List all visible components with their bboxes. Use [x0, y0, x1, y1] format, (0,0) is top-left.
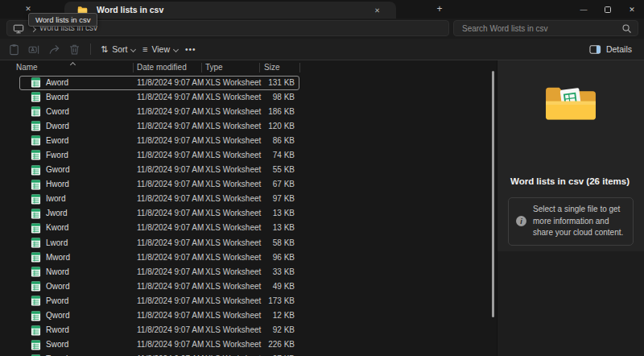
file-row[interactable]: Qword 11/8/2024 9:07 AM XLS Worksheet 12…: [0, 308, 497, 323]
column-header-type[interactable]: Type: [205, 60, 223, 75]
xls-file-icon: [31, 180, 41, 190]
tab-close-icon[interactable]: ✕: [371, 4, 383, 16]
file-row-selection-area: Kword 11/8/2024 9:07 AM XLS Worksheet 13…: [19, 221, 299, 235]
column-header-size[interactable]: Size: [264, 60, 279, 75]
file-date-modified: 11/8/2024 9:07 AM: [137, 294, 204, 308]
xls-file-icon: [31, 150, 41, 160]
file-type: XLS Worksheet: [205, 90, 261, 105]
file-row[interactable]: Nword 11/8/2024 9:07 AM XLS Worksheet 33…: [0, 265, 497, 279]
xls-file-icon: [31, 311, 41, 321]
details-pane-toggle[interactable]: Details: [584, 41, 638, 57]
xls-file-icon: [31, 267, 41, 277]
xls-file-icon: [31, 92, 41, 102]
file-row[interactable]: Iword 11/8/2024 9:07 AM XLS Worksheet 97…: [0, 192, 497, 206]
view-icon: ≡: [142, 44, 147, 54]
breadcrumb-chevron-icon: [31, 27, 36, 32]
file-row[interactable]: Sword 11/8/2024 9:07 AM XLS Worksheet 22…: [0, 337, 497, 352]
file-row[interactable]: Eword 11/8/2024 9:07 AM XLS Worksheet 86…: [0, 134, 497, 148]
column-divider[interactable]: [259, 63, 260, 72]
details-info-text: Select a single file to get more informa…: [533, 204, 625, 239]
chevron-down-icon: [130, 46, 136, 52]
file-name: Hword: [46, 177, 69, 192]
xls-file-icon: [31, 106, 41, 117]
file-size: 13 KB: [273, 206, 295, 221]
file-date-modified: 11/8/2024 9:07 AM: [137, 352, 204, 356]
file-row-selection-area: Jword 11/8/2024 9:07 AM XLS Worksheet 13…: [19, 206, 299, 221]
file-row[interactable]: Cword 11/8/2024 9:07 AM XLS Worksheet 18…: [0, 105, 497, 119]
toolbar-separator: [90, 43, 91, 55]
file-row[interactable]: Hword 11/8/2024 9:07 AM XLS Worksheet 67…: [0, 177, 497, 192]
file-size: 74 KB: [273, 148, 295, 163]
new-tab-button[interactable]: +: [433, 2, 446, 15]
file-size: 33 KB: [273, 265, 295, 279]
file-row[interactable]: Tword 11/8/2024 9:07 AM XLS Worksheet 97…: [0, 352, 497, 356]
column-header-name[interactable]: Name: [16, 60, 38, 75]
file-row[interactable]: Mword 11/8/2024 9:07 AM XLS Worksheet 96…: [0, 250, 497, 265]
file-date-modified: 11/8/2024 9:07 AM: [137, 105, 204, 119]
file-row[interactable]: Gword 11/8/2024 9:07 AM XLS Worksheet 55…: [0, 163, 497, 177]
file-row[interactable]: Kword 11/8/2024 9:07 AM XLS Worksheet 13…: [0, 221, 497, 235]
file-row[interactable]: Pword 11/8/2024 9:07 AM XLS Worksheet 17…: [0, 294, 497, 308]
file-row[interactable]: Fword 11/8/2024 9:07 AM XLS Worksheet 74…: [0, 148, 497, 163]
rename-button[interactable]: [25, 41, 43, 57]
file-row[interactable]: Dword 11/8/2024 9:07 AM XLS Worksheet 12…: [0, 119, 497, 134]
file-type: XLS Worksheet: [205, 221, 261, 235]
file-name: Dword: [46, 119, 69, 134]
file-row-selection-area: Sword 11/8/2024 9:07 AM XLS Worksheet 22…: [19, 337, 299, 352]
delete-button[interactable]: [65, 41, 83, 57]
details-title: Word lists in csv (26 items): [510, 176, 639, 186]
file-row[interactable]: Oword 11/8/2024 9:07 AM XLS Worksheet 49…: [0, 279, 497, 294]
maximize-button[interactable]: [596, 0, 620, 19]
file-size: 226 KB: [268, 337, 295, 352]
search-icon[interactable]: [621, 23, 632, 34]
column-header-date-modified[interactable]: Date modified: [137, 60, 187, 75]
xls-file-icon: [31, 281, 41, 292]
explorer-tab[interactable]: Word lists in csv ✕: [64, 2, 396, 19]
column-divider[interactable]: [133, 63, 134, 72]
tab-tooltip: Word lists in csv: [28, 13, 97, 27]
details-card: Word lists in csv (26 items) i Select a …: [497, 60, 644, 251]
file-type: XLS Worksheet: [205, 105, 261, 119]
file-row-selection-area: Mword 11/8/2024 9:07 AM XLS Worksheet 96…: [19, 250, 299, 265]
vertical-scrollbar-thumb[interactable]: [492, 71, 494, 317]
sort-ascending-caret-icon: [70, 62, 76, 68]
file-row-selection-area: Iword 11/8/2024 9:07 AM XLS Worksheet 97…: [19, 192, 299, 206]
file-row[interactable]: Rword 11/8/2024 9:07 AM XLS Worksheet 92…: [0, 323, 497, 337]
minimize-button[interactable]: —: [572, 0, 596, 19]
file-row-selection-area: Hword 11/8/2024 9:07 AM XLS Worksheet 67…: [19, 177, 299, 192]
share-button[interactable]: [45, 41, 63, 57]
close-button[interactable]: ✕: [620, 0, 644, 19]
file-name: Nword: [46, 265, 69, 279]
see-more-button[interactable]: •••: [179, 41, 203, 57]
file-type: XLS Worksheet: [205, 308, 261, 323]
command-toolbar: ⇅ Sort ≡ View ••• Details: [0, 39, 644, 60]
file-row-selection-area: Lword 11/8/2024 9:07 AM XLS Worksheet 58…: [19, 236, 299, 250]
tab-title: Word lists in csv: [97, 2, 163, 19]
search-input[interactable]: [454, 21, 638, 35]
column-divider[interactable]: [201, 63, 202, 72]
xls-file-icon: [31, 296, 41, 306]
rename-icon: [28, 43, 40, 56]
file-row[interactable]: Lword 11/8/2024 9:07 AM XLS Worksheet 58…: [0, 236, 497, 250]
file-row[interactable]: Bword 11/8/2024 9:07 AM XLS Worksheet 98…: [0, 90, 497, 105]
file-name: Iword: [46, 192, 65, 206]
file-list: Aword 11/8/2024 9:07 AM XLS Worksheet 13…: [0, 76, 497, 356]
file-name: Lword: [46, 236, 68, 250]
file-row-selection-area: Cword 11/8/2024 9:07 AM XLS Worksheet 18…: [19, 105, 299, 119]
file-type: XLS Worksheet: [205, 337, 261, 352]
view-button[interactable]: ≡ View: [137, 41, 184, 57]
paste-button[interactable]: [5, 41, 23, 57]
file-row-selection-area: Pword 11/8/2024 9:07 AM XLS Worksheet 17…: [19, 294, 299, 308]
file-row[interactable]: Jword 11/8/2024 9:07 AM XLS Worksheet 13…: [0, 206, 497, 221]
sort-button[interactable]: ⇅ Sort: [95, 41, 141, 57]
column-divider[interactable]: [299, 63, 300, 72]
file-type: XLS Worksheet: [205, 119, 261, 134]
file-row[interactable]: Aword 11/8/2024 9:07 AM XLS Worksheet 13…: [0, 76, 497, 90]
file-name: Tword: [46, 352, 68, 356]
file-size: 96 KB: [273, 250, 295, 265]
file-name: Mword: [46, 250, 70, 265]
file-type: XLS Worksheet: [205, 279, 261, 294]
file-list-pane: Name Date modified Type Size: [0, 60, 497, 356]
this-pc-icon: [13, 23, 24, 35]
file-name: Sword: [46, 337, 68, 352]
